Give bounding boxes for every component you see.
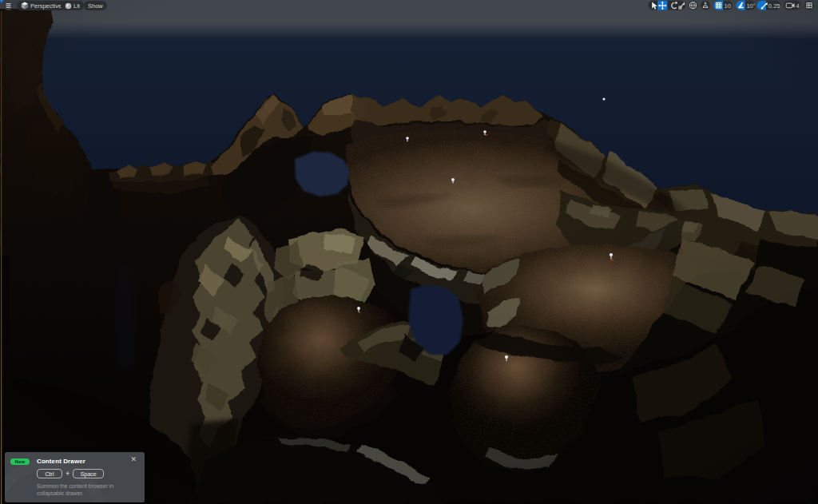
svg-text:0.25: 0.25	[768, 2, 780, 10]
svg-text:10°: 10°	[746, 2, 755, 10]
svg-text:10: 10	[725, 2, 731, 10]
svg-text:4: 4	[796, 2, 800, 10]
